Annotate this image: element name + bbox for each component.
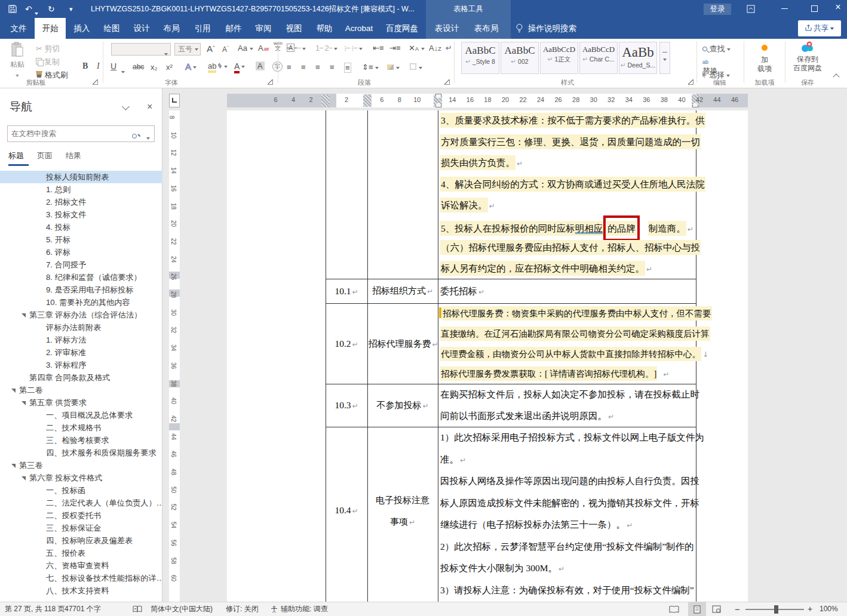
nav-heading-item[interactable]: 五、报价表 xyxy=(0,547,162,559)
tellme-search[interactable]: 操作说明搜索 xyxy=(528,18,594,39)
nav-tab-pages[interactable]: 页面 xyxy=(37,150,57,166)
nav-heading-item[interactable]: 2. 评审标准 xyxy=(0,346,162,359)
copy-button[interactable]: 复制 xyxy=(36,57,60,67)
align-right-button[interactable]: ≡ xyxy=(315,63,320,72)
undo-dropdown-icon[interactable] xyxy=(35,8,38,19)
document-page[interactable]: 3、质量要求及技术标准：按不低于需方要求的产品标准执行。供 方对质量实行三包：修… xyxy=(227,110,748,602)
tab-design[interactable]: 设计 xyxy=(128,18,155,39)
nav-heading-item[interactable]: 七、投标设备技术性能指标的详… xyxy=(0,572,162,584)
nav-heading-item[interactable]: 第二卷 xyxy=(0,384,162,396)
shrink-font-button[interactable]: Aˇ xyxy=(222,45,229,54)
table-row-marker[interactable] xyxy=(169,423,180,430)
login-button[interactable]: 登录 xyxy=(704,4,731,15)
styles-dialog-launcher[interactable] xyxy=(688,79,693,85)
font-dialog-launcher[interactable] xyxy=(268,79,273,85)
nav-heading-item[interactable]: 第六章 投标文件格式 xyxy=(0,472,162,484)
nav-heading-item[interactable]: 第三章 评标办法（综合评估法） xyxy=(0,309,162,321)
nav-heading-item[interactable]: 9. 是否采用电子招标投标 xyxy=(0,284,162,296)
word-count[interactable]: 47701 个字 xyxy=(65,602,101,616)
style-card-1正文[interactable]: AaBbCcD↵ 1正文 xyxy=(540,42,578,74)
nav-heading-item[interactable]: 二、法定代表人（单位负责人）… xyxy=(0,497,162,509)
character-shading-button[interactable]: A xyxy=(256,61,265,70)
nav-heading-item[interactable]: 投标人须知前附表 xyxy=(0,171,162,183)
nav-heading-item[interactable]: 第四章 合同条款及格式 xyxy=(0,371,162,384)
horizontal-ruler[interactable]: 6422681014161820222426283032343638404244… xyxy=(227,94,748,107)
tab-help[interactable]: 帮助 xyxy=(311,18,338,39)
save-icon[interactable] xyxy=(8,0,17,19)
numbering-button[interactable]: 1− 2− xyxy=(315,44,337,53)
increase-indent-button[interactable]: ⇥≡ xyxy=(389,44,400,53)
style-card-Char C...[interactable]: AaBbCcD↵ Char C... xyxy=(579,42,618,74)
font-name-combo[interactable] xyxy=(111,43,171,56)
nav-heading-item[interactable]: 5. 开标 xyxy=(0,233,162,246)
search-dropdown-icon[interactable] xyxy=(146,133,150,143)
collapse-triangle-icon[interactable] xyxy=(22,313,26,318)
nav-heading-item[interactable]: 六、资格审查资料 xyxy=(0,559,162,572)
tab-review[interactable]: 审阅 xyxy=(250,18,277,39)
shading-button[interactable] xyxy=(387,63,400,72)
sort-button[interactable]: A↓Z xyxy=(429,44,441,53)
share-button[interactable]: 共享 xyxy=(798,20,841,36)
nav-heading-item[interactable]: 3. 评标程序 xyxy=(0,359,162,371)
table-column-marker[interactable] xyxy=(321,94,330,107)
tab-insert[interactable]: 插入 xyxy=(68,18,96,39)
nav-heading-item[interactable]: 1. 总则 xyxy=(0,183,162,196)
collapse-triangle-icon[interactable] xyxy=(22,476,26,481)
nav-heading-item[interactable]: 8. 纪律和监督（诚信要求） xyxy=(0,271,162,284)
nav-heading-item[interactable]: 一、项目概况及总体要求 xyxy=(0,409,162,421)
style-card-Deed_S...[interactable]: AaBb↵ Deed_S... xyxy=(619,42,657,74)
accessibility-status[interactable]: 辅助功能: 调查 xyxy=(281,602,328,616)
font-color-button[interactable]: A xyxy=(234,61,245,71)
find-button[interactable]: 查找 xyxy=(702,44,731,54)
tab-stop-selector[interactable] xyxy=(169,94,180,107)
read-mode-button[interactable] xyxy=(669,602,679,616)
nav-heading-item[interactable]: 2. 招标文件 xyxy=(0,196,162,208)
add-ins-button[interactable]: 加载项 xyxy=(748,42,781,73)
nav-heading-item[interactable]: 第五章 供货要求 xyxy=(0,396,162,409)
minimize-button[interactable] xyxy=(777,8,792,9)
highlight-color-button[interactable]: ab xyxy=(208,61,228,70)
nav-tab-headings[interactable]: 标题 xyxy=(8,150,29,166)
tab-acrobat[interactable]: Acrobat xyxy=(340,18,378,39)
nav-heading-item[interactable]: 6. 评标 xyxy=(0,246,162,258)
font-size-combo[interactable]: 五号 xyxy=(174,43,201,56)
tab-references[interactable]: 引用 xyxy=(189,18,216,39)
nav-heading-item[interactable]: 7. 合同授予 xyxy=(0,258,162,271)
distribute-button[interactable]: ≡ xyxy=(344,63,351,73)
maximize-button[interactable] xyxy=(806,5,822,12)
justify-button[interactable]: ≡ xyxy=(330,63,334,72)
nav-heading-item[interactable]: 1. 评标方法 xyxy=(0,334,162,346)
collapse-triangle-icon[interactable] xyxy=(11,464,16,468)
tab-view[interactable]: 视图 xyxy=(280,18,308,39)
asian-layout-button[interactable]: ✕A xyxy=(409,44,425,53)
style-gallery-more-button[interactable] xyxy=(659,42,670,74)
bold-button[interactable]: B xyxy=(82,61,88,71)
decrease-indent-button[interactable]: ⇤≡ xyxy=(373,44,383,53)
nav-close-icon[interactable]: × xyxy=(147,101,152,112)
nav-tab-results[interactable]: 结果 xyxy=(66,150,86,166)
change-case-button[interactable]: Aa xyxy=(238,44,253,53)
nav-heading-item[interactable]: 一、投标函 xyxy=(0,484,162,497)
tab-baidu-netdisk[interactable]: 百度网盘 xyxy=(382,18,422,39)
zoom-out-button[interactable]: − xyxy=(735,602,740,616)
tab-file[interactable]: 文件 xyxy=(5,18,32,39)
collapse-triangle-icon[interactable] xyxy=(22,401,26,405)
table-column-marker[interactable] xyxy=(363,94,372,107)
vertical-ruler[interactable]: 8101214161820222426283032343638404244464… xyxy=(169,110,180,602)
nav-search-box[interactable] xyxy=(7,125,155,142)
nav-options-chevron-icon[interactable] xyxy=(122,103,130,110)
nav-heading-item[interactable]: 三、投标保证金 xyxy=(0,522,162,534)
redo-icon[interactable]: ↻ xyxy=(48,0,55,18)
page-indicator[interactable]: 第 27 页, 共 118 页 xyxy=(5,602,65,616)
underline-button[interactable]: U xyxy=(111,61,116,71)
borders-button[interactable] xyxy=(410,63,422,72)
strikethrough-button[interactable]: abc xyxy=(133,63,144,71)
nav-heading-item[interactable]: 四、投标响应表及偏差表 xyxy=(0,534,162,547)
tab-table-layout[interactable]: 表布局 xyxy=(468,18,504,39)
accessibility-icon[interactable] xyxy=(270,602,278,616)
nav-heading-item[interactable]: 四、技术服务和质保期服务要求 xyxy=(0,446,162,459)
nav-heading-item[interactable]: 三、检验考核要求 xyxy=(0,434,162,446)
clear-formatting-button[interactable]: A xyxy=(258,44,269,53)
nav-heading-item[interactable]: 10. 需要补充的其他内容 xyxy=(0,296,162,309)
underline-dropdown[interactable] xyxy=(121,66,125,77)
